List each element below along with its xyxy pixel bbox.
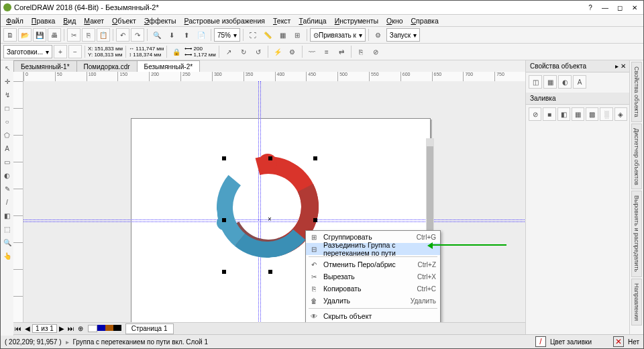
ruler-origin[interactable] — [13, 72, 23, 82]
options-button[interactable]: ⚙ — [372, 28, 385, 42]
transp-tab[interactable]: ◐ — [558, 75, 572, 89]
undo-button[interactable]: ↶ — [116, 28, 129, 42]
close-button[interactable]: ✕ — [629, 4, 641, 11]
import-button[interactable]: ⬇ — [165, 28, 178, 42]
fill-tab[interactable]: ▦ — [543, 75, 557, 89]
paste-button[interactable]: 📋 — [97, 28, 110, 42]
tool-button[interactable]: ○ — [1, 115, 13, 128]
tool-button[interactable]: ◧ — [1, 209, 13, 221]
context-menu-item[interactable]: ✂ВырезатьCtrl+X — [306, 270, 440, 283]
menu-item[interactable]: Эффекты — [142, 17, 179, 25]
docker-tab[interactable]: Свойства объекта — [631, 62, 642, 122]
redo-button[interactable]: ↷ — [131, 28, 144, 42]
docker-tab[interactable]: Диспетчер объектов — [631, 123, 642, 190]
tool-button[interactable]: ◐ — [1, 169, 13, 181]
export-button[interactable]: ⬆ — [180, 28, 193, 42]
guides-button[interactable]: ⊞ — [290, 28, 304, 42]
fountain-fill-button[interactable]: ◧ — [557, 107, 570, 121]
fill-swatch[interactable]: / — [535, 336, 546, 347]
maximize-button[interactable]: ◻ — [614, 4, 626, 11]
document-tab[interactable]: Безымянный-1* — [13, 60, 77, 72]
tool-button[interactable]: ⬚ — [1, 223, 13, 235]
page-next-button[interactable]: ▶ — [57, 325, 66, 332]
ccw-blend-button[interactable]: ↺ — [252, 45, 265, 58]
save-button[interactable]: 💾 — [33, 28, 46, 42]
fullscreen-button[interactable]: ⛶ — [246, 28, 260, 42]
postscript-fill-button[interactable]: ◈ — [614, 107, 627, 121]
uniform-fill-button[interactable]: ■ — [543, 107, 555, 121]
open-button[interactable]: 📂 — [18, 28, 32, 42]
menu-item[interactable]: Макет — [81, 17, 107, 25]
blend-options-button[interactable]: ⚙ — [286, 45, 299, 58]
outline-tab[interactable]: ◫ — [529, 75, 542, 89]
lock-ratio-button[interactable]: 🔒 — [170, 45, 183, 58]
context-menu-item[interactable]: ⊟Разъединить Группа с перетеканием по пу… — [306, 243, 440, 255]
outline-swatch[interactable]: ✕ — [613, 336, 624, 347]
tool-button[interactable]: ✎ — [1, 183, 13, 195]
menu-item[interactable]: Объект — [109, 17, 139, 25]
menu-item[interactable]: Файл — [3, 17, 26, 25]
direct-blend-button[interactable]: ↗ — [222, 45, 235, 58]
ruler-horizontal[interactable]: 0501001502002503003504004505005506006507… — [23, 72, 526, 82]
tool-button[interactable]: / — [1, 196, 13, 208]
copy-button[interactable]: ⎘ — [82, 28, 95, 42]
launch-combo[interactable]: Запуск ▾ — [386, 28, 420, 42]
menu-item[interactable]: Окно — [384, 17, 405, 25]
rulers-button[interactable]: 📏 — [261, 28, 274, 42]
cut-button[interactable]: ✂ — [67, 28, 80, 42]
preset-del-button[interactable]: − — [68, 45, 82, 58]
menu-item[interactable]: Таблица — [296, 17, 329, 25]
menu-item[interactable]: Растровые изображения — [182, 17, 268, 25]
object-props-header[interactable]: Свойства объекта▸ ✕ — [526, 60, 630, 72]
start-end-button[interactable]: ⇄ — [335, 45, 348, 58]
minimize-button[interactable]: — — [599, 4, 611, 11]
no-fill-button[interactable]: ⊘ — [529, 107, 541, 121]
tool-button[interactable]: □ — [1, 102, 13, 114]
zoom-combo[interactable]: 75%▾ — [214, 28, 240, 42]
tool-button[interactable]: ✛ — [1, 75, 13, 87]
tool-button[interactable]: 🔍 — [1, 236, 13, 248]
context-menu-item[interactable]: ⎘КопироватьCtrl+C — [306, 283, 440, 295]
pattern2-fill-button[interactable]: ▩ — [586, 107, 598, 121]
pattern-fill-button[interactable]: ▦ — [572, 107, 584, 121]
preset-add-button[interactable]: + — [54, 45, 67, 58]
copy-blend-button[interactable]: ⎘ — [354, 45, 368, 58]
help-button[interactable]: ? — [584, 4, 596, 11]
texture-fill-button[interactable]: ░ — [600, 107, 612, 121]
accel-button[interactable]: ⚡ — [271, 45, 284, 58]
ruler-vertical[interactable] — [13, 81, 23, 323]
page-add-button[interactable]: ⊕ — [76, 325, 85, 332]
docker-tab[interactable]: Выровнять и распределить — [631, 191, 642, 277]
tool-button[interactable]: ⬠ — [1, 129, 13, 141]
cw-blend-button[interactable]: ↻ — [237, 45, 250, 58]
new-button[interactable]: 🗎 — [3, 28, 17, 42]
more-options-button[interactable]: ≡ — [320, 45, 333, 58]
context-menu-item[interactable]: 🗑УдалитьУдалить — [306, 295, 440, 307]
print-button[interactable]: 🖶 — [48, 28, 61, 42]
clear-blend-button[interactable]: ⊘ — [369, 45, 382, 58]
menu-item[interactable]: Вид — [60, 17, 78, 25]
page-first-button[interactable]: ⏮ — [13, 325, 23, 332]
context-menu-item[interactable]: ↶Отменить Перо/абрисCtrl+Z — [306, 258, 440, 270]
page-prev-button[interactable]: ◀ — [23, 325, 32, 332]
presets-combo[interactable]: Заготовки...▾ — [3, 45, 52, 58]
grid-button[interactable]: ▦ — [276, 28, 289, 42]
path-props-button[interactable]: 〰 — [305, 45, 319, 58]
menu-item[interactable]: Текст — [270, 17, 293, 25]
context-menu-item[interactable]: 👁Скрыть объект — [306, 310, 440, 322]
tool-button[interactable]: ▭ — [1, 156, 13, 168]
docker-tab[interactable]: Направления — [631, 279, 642, 326]
canvas[interactable]: × ⊞СгруппироватьCtrl+G⊟Разъединить Групп… — [23, 81, 526, 323]
tool-button[interactable]: ↖ — [1, 62, 13, 74]
page-tab[interactable]: Страница 1 — [125, 323, 174, 334]
snap-combo[interactable]: ⊙ Привязать к ▾ — [310, 28, 366, 42]
tool-button[interactable]: A — [1, 142, 13, 154]
char-tab[interactable]: A — [573, 75, 586, 89]
menu-item[interactable]: Справка — [409, 17, 441, 25]
publish-button[interactable]: 📄 — [195, 28, 208, 42]
document-tab[interactable]: Помидорка.cdr — [76, 60, 138, 72]
tool-button[interactable]: ↯ — [1, 89, 13, 101]
document-tab[interactable]: Безымянный-2* — [137, 60, 201, 72]
menu-item[interactable]: Правка — [29, 17, 58, 25]
tool-button[interactable]: 👆 — [1, 250, 13, 262]
